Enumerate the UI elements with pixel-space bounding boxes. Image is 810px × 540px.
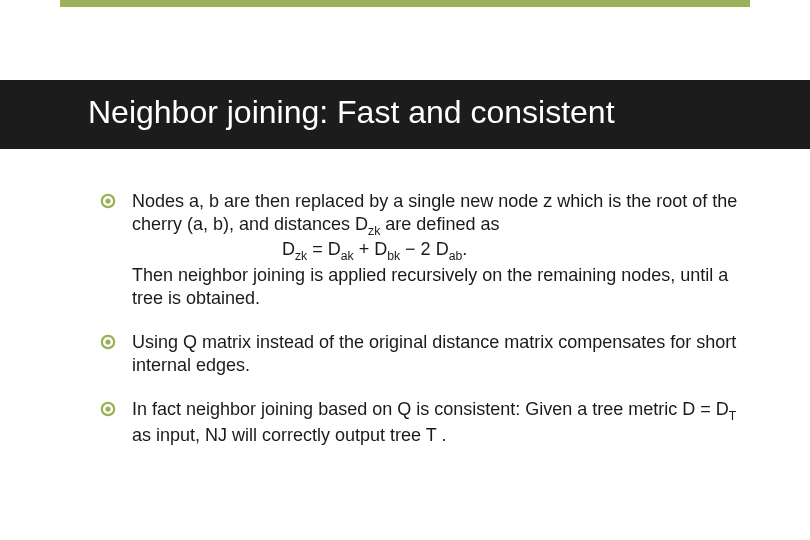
- content-area: Nodes a, b are then replaced by a single…: [100, 190, 750, 469]
- text-run: D: [282, 239, 295, 259]
- text-run: In fact neighbor joining based on Q is c…: [132, 399, 729, 419]
- bullet-text: Nodes a, b are then replaced by a single…: [132, 190, 750, 309]
- title-band: Neighbor joining: Fast and consistent: [0, 80, 810, 149]
- bullet-icon: [100, 193, 116, 209]
- subscript: T: [729, 409, 736, 423]
- text-run: + D: [354, 239, 388, 259]
- subscript: zk: [295, 249, 307, 263]
- bullet-item: Using Q matrix instead of the original d…: [100, 331, 750, 376]
- formula: Dzk = Dak + Dbk − 2 Dab.: [282, 239, 467, 259]
- svg-point-5: [105, 407, 110, 412]
- bullet-text: Using Q matrix instead of the original d…: [132, 331, 750, 376]
- subscript: ab: [449, 249, 463, 263]
- bullet-icon: [100, 401, 116, 417]
- text-run: as input, NJ will correctly output tree …: [132, 425, 446, 445]
- text-run: Using Q matrix instead of the original d…: [132, 332, 736, 375]
- bullet-text: In fact neighbor joining based on Q is c…: [132, 398, 750, 446]
- subscript: ak: [341, 249, 354, 263]
- text-run: are defined as: [380, 214, 499, 234]
- slide: Neighbor joining: Fast and consistent No…: [0, 0, 810, 540]
- accent-bar: [60, 0, 750, 7]
- text-run: .: [462, 239, 467, 259]
- svg-point-1: [105, 198, 110, 203]
- text-run: = D: [307, 239, 341, 259]
- subscript: bk: [387, 249, 400, 263]
- subscript: zk: [368, 223, 380, 237]
- bullet-item: Nodes a, b are then replaced by a single…: [100, 190, 750, 309]
- text-run: Then neighbor joining is applied recursi…: [132, 265, 728, 308]
- text-run: − 2 D: [400, 239, 449, 259]
- slide-title: Neighbor joining: Fast and consistent: [88, 94, 810, 131]
- svg-point-3: [105, 340, 110, 345]
- bullet-icon: [100, 334, 116, 350]
- bullet-item: In fact neighbor joining based on Q is c…: [100, 398, 750, 446]
